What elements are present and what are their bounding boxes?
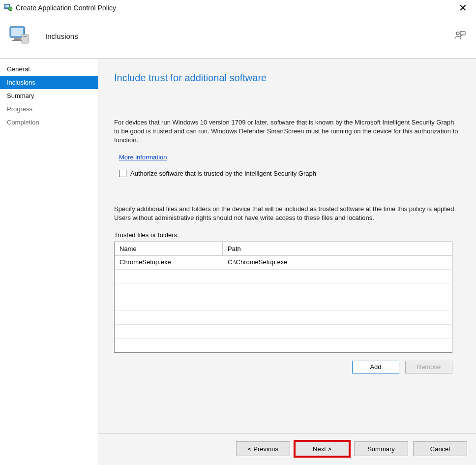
table-row[interactable] (115, 283, 452, 297)
authorize-isg-row: Authorize software that is trusted by th… (119, 170, 460, 177)
svg-rect-6 (12, 40, 23, 41)
svg-rect-4 (11, 28, 23, 36)
wizard-sidebar: General Inclusions Summary Progress Comp… (0, 59, 98, 433)
svg-point-2 (8, 7, 12, 11)
app-icon (4, 3, 13, 12)
page-title: Inclusions (45, 32, 78, 40)
table-row[interactable] (115, 325, 452, 339)
col-name[interactable]: Name (115, 242, 223, 256)
previous-button[interactable]: < Previous (236, 441, 290, 456)
sidebar-item-summary[interactable]: Summary (0, 89, 98, 102)
table-buttons: Add Remove (114, 361, 452, 373)
authorize-isg-label: Authorize software that is trusted by th… (130, 170, 316, 177)
table-row[interactable]: ChromeSetup.exe C:\ChromeSetup.exe (115, 256, 452, 270)
titlebar: Create Application Control Policy ✕ (0, 0, 476, 17)
svg-rect-7 (22, 34, 29, 43)
main-content: Include trust for additional software Fo… (98, 59, 476, 433)
table-label: Trusted files or folders: (114, 231, 460, 239)
svg-point-9 (456, 32, 459, 35)
computer-icon (7, 24, 31, 48)
wizard-window: Create Application Control Policy ✕ Incl… (0, 0, 476, 465)
window-title: Create Application Control Policy (16, 4, 116, 12)
table-body: ChromeSetup.exe C:\ChromeSetup.exe (115, 256, 452, 352)
add-button[interactable]: Add (352, 361, 399, 373)
svg-rect-1 (5, 5, 9, 7)
intro-text: For devices that run Windows 10 version … (114, 118, 458, 145)
sidebar-item-progress: Progress (0, 102, 98, 116)
cell-name: ChromeSetup.exe (115, 256, 223, 269)
col-path[interactable]: Path (223, 242, 452, 256)
sidebar-item-inclusions[interactable]: Inclusions (0, 76, 98, 89)
section-heading: Include trust for additional software (114, 72, 460, 84)
authorize-isg-checkbox[interactable] (119, 170, 126, 177)
summary-button[interactable]: Summary (354, 441, 408, 456)
close-button[interactable]: ✕ (454, 2, 472, 14)
sidebar-item-general[interactable]: General (0, 62, 98, 76)
svg-rect-8 (23, 36, 27, 37)
trusted-files-table: Name Path ChromeSetup.exe C:\ChromeSetup… (114, 242, 452, 353)
next-button[interactable]: Next > (295, 441, 349, 456)
table-row[interactable] (115, 297, 452, 311)
wizard-footer: < Previous Next > Summary Cancel (98, 433, 476, 465)
wizard-header: Inclusions (0, 17, 476, 58)
more-information-link[interactable]: More information (119, 154, 167, 161)
svg-rect-10 (460, 31, 465, 35)
table-header: Name Path (115, 242, 452, 256)
cell-path: C:\ChromeSetup.exe (223, 256, 452, 269)
feedback-icon[interactable] (453, 30, 466, 42)
table-row[interactable] (115, 270, 452, 283)
svg-rect-5 (14, 38, 21, 40)
specify-text: Specify additional files and folders on … (114, 205, 458, 222)
remove-button: Remove (405, 361, 452, 373)
cancel-button[interactable]: Cancel (413, 441, 467, 456)
table-row[interactable] (115, 311, 452, 325)
wizard-body: General Inclusions Summary Progress Comp… (0, 58, 476, 433)
sidebar-item-completion: Completion (0, 116, 98, 129)
table-row[interactable] (115, 339, 452, 352)
